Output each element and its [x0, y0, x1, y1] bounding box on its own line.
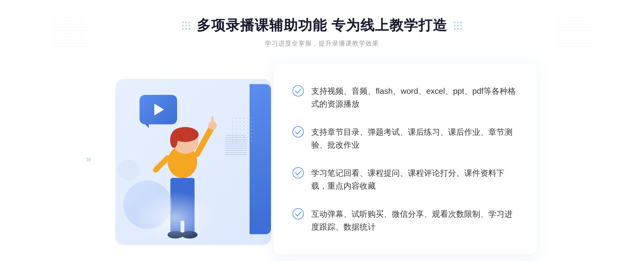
dots-decoration-topleft — [54, 16, 86, 48]
check-circle-icon-4 — [292, 208, 304, 219]
spotlight-effect — [134, 191, 215, 245]
sparkle-dot — [188, 21, 190, 23]
feature-text-2: 支持章节目录、弹题考试、课后练习、课后作业、章节测验、批改作业 — [311, 126, 518, 151]
check-circle-icon-2 — [292, 126, 304, 137]
sparkle-dot — [185, 25, 187, 27]
sparkle-dot — [185, 28, 187, 30]
sparkle-dot — [454, 28, 456, 30]
title-row: 多项录播课辅助功能 专为线上教学打造 — [182, 16, 462, 35]
sparkle-dot — [454, 25, 456, 27]
circle-decoration-2 — [118, 159, 140, 181]
feature-text-4: 互动弹幕、试听购买、微信分享、观看次数限制、学习进度跟踪、数据统计 — [311, 208, 518, 233]
page-subtitle: 学习进度全掌握，提升录播课教学效果 — [182, 39, 462, 48]
sparkle-dot — [460, 28, 462, 30]
features-card: 支持视频、音频、flash、word、excel、ppt、pdf等各种格式的资源… — [274, 64, 537, 254]
sparkle-dot — [457, 25, 459, 27]
svg-rect-12 — [211, 116, 214, 124]
svg-line-5 — [156, 158, 168, 170]
feature-item-1: 支持视频、音频、flash、word、excel、ppt、pdf等各种格式的资源… — [292, 77, 518, 118]
svg-point-13 — [293, 85, 303, 96]
sparkle-dot — [185, 21, 187, 23]
content-area: » — [107, 64, 537, 254]
check-circle-icon-1 — [292, 85, 304, 96]
chevron-right-icon: » — [86, 154, 91, 164]
sparkle-dot — [457, 21, 459, 23]
sparkle-dot — [188, 25, 190, 27]
feature-text-3: 学习笔记回看、课程提问、课程评论打分、课件资料下载，重点内容收藏 — [311, 167, 518, 192]
page-wrapper: 多项录播课辅助功能 专为线上教学打造 — [0, 0, 644, 261]
feature-item-4: 互动弹幕、试听购买、微信分享、观看次数限制、学习进度跟踪、数据统计 — [292, 200, 518, 241]
sparkle-dot — [457, 28, 459, 30]
sparkle-dot — [460, 21, 462, 23]
svg-point-16 — [293, 208, 303, 219]
feature-item-3: 学习笔记回看、课程提问、课程评论打分、课件资料下载，重点内容收藏 — [292, 159, 518, 200]
chevrons-left-decoration: » — [86, 154, 91, 164]
feature-item-2: 支持章节目录、弹题考试、课后练习、课后作业、章节测验、批改作业 — [292, 118, 518, 159]
sparkle-dot — [454, 21, 456, 23]
header-section: 多项录播课辅助功能 专为线上教学打造 — [182, 16, 462, 48]
svg-point-3 — [170, 132, 178, 148]
stripes-decoration — [225, 135, 247, 156]
check-circle-icon-3 — [292, 167, 304, 178]
illustration-panel — [107, 68, 279, 250]
sparkle-dot — [182, 21, 184, 23]
dots-decoration-topright — [558, 16, 590, 48]
svg-point-14 — [293, 126, 303, 137]
feature-text-1: 支持视频、音频、flash、word、excel、ppt、pdf等各种格式的资源… — [311, 85, 518, 110]
sparkle-left — [182, 21, 190, 30]
sparkle-dot — [460, 25, 462, 27]
sparkle-dot — [182, 25, 184, 27]
svg-point-15 — [293, 167, 303, 178]
page-title: 多项录播课辅助功能 专为线上教学打造 — [197, 16, 447, 35]
sparkle-right — [454, 21, 462, 30]
blue-accent-panel — [250, 84, 271, 234]
sparkle-dot — [182, 28, 184, 30]
svg-line-4 — [197, 127, 212, 154]
sparkle-dot — [188, 28, 190, 30]
